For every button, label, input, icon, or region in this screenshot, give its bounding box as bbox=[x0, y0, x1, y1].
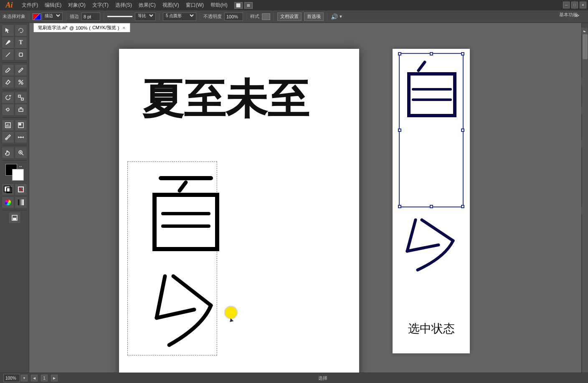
opacity-label: 不透明度 bbox=[203, 13, 222, 20]
toolbar: 未选择对象 描边 描边 8 pt 等比 5 点圆形 不透明度 样式 文档 bbox=[0, 10, 588, 23]
rotate-tool[interactable] bbox=[2, 92, 14, 103]
screen-mode-btn[interactable] bbox=[8, 212, 21, 224]
menu-select[interactable]: 选择(S) bbox=[112, 1, 135, 10]
type-tool[interactable]: T bbox=[15, 37, 27, 48]
svg-line-3 bbox=[8, 71, 9, 72]
zoom-tool[interactable] bbox=[15, 147, 27, 159]
status-bar: ▼ ◀ 1 ▶ 选择 bbox=[0, 373, 588, 383]
pencil-tool[interactable] bbox=[15, 64, 27, 76]
grid-icon[interactable]: ⊞ bbox=[244, 2, 253, 9]
speaker-icon[interactable]: 🔊 bbox=[331, 13, 338, 20]
dropdown-icon[interactable]: ▼ bbox=[339, 14, 343, 19]
reshape-tool[interactable] bbox=[15, 104, 27, 116]
svg-rect-35 bbox=[155, 195, 217, 249]
line-tool[interactable] bbox=[2, 49, 14, 60]
sep4 bbox=[159, 13, 160, 21]
canvas-area[interactable]: 夏至未至 bbox=[29, 32, 581, 373]
page-next-btn[interactable]: ▶ bbox=[51, 375, 58, 381]
line-cap-dropdown[interactable]: 等比 bbox=[135, 13, 156, 21]
handle-br[interactable] bbox=[461, 205, 464, 208]
vertical-scrollbar[interactable] bbox=[582, 32, 588, 373]
measure-tool[interactable] bbox=[15, 131, 27, 143]
left-panel: T bbox=[0, 23, 29, 373]
sep2 bbox=[66, 13, 66, 21]
swap-colors-icon[interactable]: ↔ bbox=[19, 164, 24, 169]
preview-char-top bbox=[404, 58, 460, 126]
menu-text[interactable]: 文字(T) bbox=[89, 1, 112, 10]
preview-char-bottom bbox=[399, 214, 464, 275]
zoom-input[interactable] bbox=[3, 374, 20, 382]
scissors-tool[interactable] bbox=[15, 76, 27, 88]
none-fill-icon[interactable] bbox=[15, 184, 27, 195]
handle-tr[interactable] bbox=[461, 52, 464, 55]
swap-fill-stroke[interactable] bbox=[2, 184, 14, 195]
background-color[interactable] bbox=[12, 169, 24, 181]
sep6 bbox=[246, 13, 247, 21]
color-indicator: ↔ bbox=[5, 164, 24, 181]
stroke-label: 描边 bbox=[70, 13, 79, 20]
opacity-input[interactable] bbox=[224, 13, 243, 21]
document-tab[interactable]: 笔刷造字法.ai* @ 100% ( CMYK/预览 ) ✕ bbox=[33, 23, 130, 32]
svg-point-4 bbox=[19, 80, 20, 82]
close-button[interactable]: ✕ bbox=[580, 2, 586, 8]
paint-brush-tool[interactable] bbox=[2, 64, 14, 76]
menu-file[interactable]: 文件(F) bbox=[18, 1, 41, 10]
handle-ml[interactable] bbox=[398, 129, 401, 132]
art-title: 夏至未至 bbox=[142, 74, 338, 121]
svg-line-6 bbox=[19, 80, 23, 84]
sep3 bbox=[104, 13, 104, 21]
stroke-color-icon[interactable] bbox=[33, 13, 41, 20]
gradient-btn[interactable] bbox=[15, 197, 27, 208]
handle-tm[interactable] bbox=[430, 52, 433, 55]
menu-edit[interactable]: 编辑(E) bbox=[41, 1, 65, 10]
style-color-box[interactable] bbox=[262, 13, 270, 20]
eyedropper-tool[interactable] bbox=[2, 131, 14, 143]
handle-bl[interactable] bbox=[398, 205, 401, 208]
scale-tool[interactable] bbox=[15, 92, 27, 103]
page-prev-btn[interactable]: ◀ bbox=[31, 375, 38, 381]
tab-close-button[interactable]: ✕ bbox=[122, 26, 126, 30]
handle-tl[interactable] bbox=[398, 52, 401, 55]
menu-help[interactable]: 帮助(H) bbox=[207, 1, 231, 10]
artboard-tool[interactable] bbox=[15, 119, 27, 131]
hand-tool[interactable] bbox=[2, 147, 14, 159]
stroke-width-input[interactable]: 8 pt bbox=[81, 13, 100, 21]
extra-icons: 🔊 ▼ bbox=[331, 13, 343, 20]
maximize-button[interactable]: □ bbox=[571, 2, 578, 8]
status-center: 选择 bbox=[61, 375, 585, 381]
stroke-type-dropdown[interactable]: 描边 bbox=[42, 13, 63, 21]
shape-tool[interactable] bbox=[15, 49, 27, 60]
eraser-tool[interactable] bbox=[2, 76, 14, 88]
handle-mr[interactable] bbox=[461, 129, 464, 132]
pen-tool[interactable] bbox=[2, 37, 14, 48]
handle-bm[interactable] bbox=[430, 205, 433, 208]
page-number: 1 bbox=[43, 375, 46, 380]
prefs-button[interactable]: 首选项 bbox=[304, 13, 324, 21]
svg-rect-18 bbox=[19, 123, 21, 125]
selection-tool[interactable] bbox=[2, 25, 14, 36]
menu-effect[interactable]: 效果(C) bbox=[135, 1, 159, 10]
tab-close-paren: ) bbox=[118, 25, 119, 30]
menu-object[interactable]: 对象(O) bbox=[65, 1, 89, 10]
zoom-dropdown-btn[interactable]: ▼ bbox=[21, 375, 28, 381]
svg-line-41 bbox=[418, 62, 425, 71]
color-mode-btn[interactable] bbox=[2, 197, 14, 208]
warp-tool[interactable] bbox=[2, 104, 14, 116]
artboard: 夏至未至 bbox=[119, 49, 359, 373]
sep5 bbox=[200, 13, 200, 21]
page-indicator: 1 bbox=[41, 375, 48, 381]
no-selection-label: 未选择对象 bbox=[3, 13, 25, 20]
brush-type-dropdown[interactable]: 5 点圆形 bbox=[163, 13, 196, 21]
search-toolbar-icon[interactable]: ⬜ bbox=[234, 2, 243, 9]
preview-selected-box bbox=[399, 53, 464, 207]
svg-point-5 bbox=[21, 83, 23, 84]
minimize-button[interactable]: ─ bbox=[563, 2, 570, 8]
menu-window[interactable]: 窗口(W) bbox=[182, 1, 207, 10]
graph-tool[interactable] bbox=[2, 119, 14, 131]
scrollbar-thumb[interactable] bbox=[583, 34, 588, 59]
menu-view[interactable]: 视图(V) bbox=[159, 1, 182, 10]
lasso-tool[interactable] bbox=[15, 25, 27, 36]
app-logo: Ai bbox=[2, 0, 17, 10]
tab-scale: @ bbox=[69, 25, 74, 30]
doc-settings-button[interactable]: 文档设置 bbox=[277, 13, 302, 21]
